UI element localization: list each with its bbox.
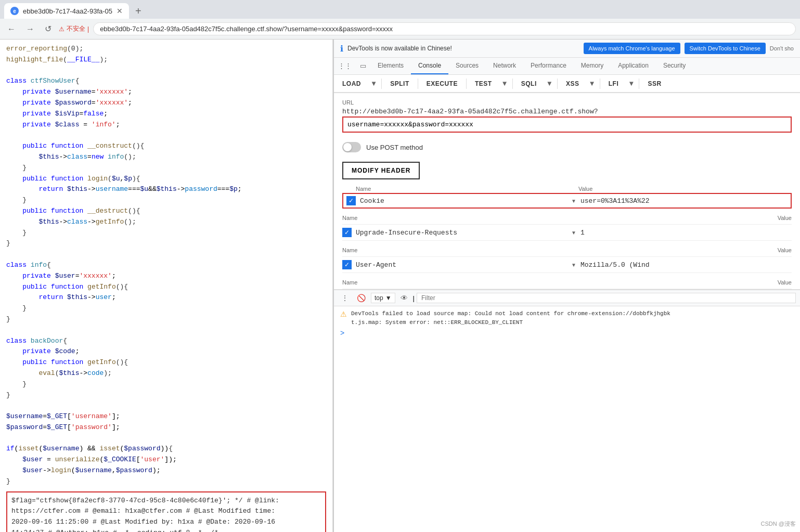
security-icon: ⚠ [59, 25, 64, 33]
address-bar: ← → ↺ ⚠ 不安全 | ebbe3d0b-7c17-4aa2-93fa-05… [0, 19, 800, 40]
console-clear-button[interactable]: 🚫 [354, 292, 369, 304]
cookie-checkbox[interactable]: ✓ [346, 196, 356, 205]
console-section: ⋮ 🚫 top ▼ 👁 | ⚠ DevTools failed to load … [334, 289, 800, 532]
code-line-4: private $username='xxxxxx'; [6, 87, 326, 98]
load-dropdown[interactable]: ▼ [368, 77, 379, 90]
url-label: URL [342, 99, 792, 106]
split-button[interactable]: SPLIT [384, 77, 416, 90]
lfi-dropdown[interactable]: ▼ [626, 77, 637, 90]
active-tab[interactable]: e ebbe3d0b-7c17-4aa2-93fa-05 ✕ [4, 3, 129, 19]
tab-sources[interactable]: Sources [448, 58, 486, 74]
forward-button[interactable]: → [23, 22, 37, 36]
code-line-11: public function login($u,$p){ [6, 174, 326, 185]
code-line-31: $password=$_GET['password']; [6, 422, 326, 433]
devtools-tabs: ⋮⋮ ▭ Elements Console Sources Network Pe… [334, 58, 800, 75]
match-language-button[interactable]: Always match Chrome's language [584, 43, 680, 54]
toggle-knob [343, 143, 352, 151]
code-line-21: return $this->user; [6, 292, 326, 303]
address-field[interactable]: ebbe3d0b-7c17-4aa2-93fa-05ad482c7f5c.cha… [93, 22, 796, 35]
tab-security[interactable]: Security [656, 58, 693, 74]
upgrade-header-row: Name Value [342, 212, 792, 225]
console-prompt[interactable]: > [340, 329, 794, 337]
modify-header-button[interactable]: MODIFY HEADER [342, 162, 420, 179]
new-tab-button[interactable]: + [131, 5, 146, 17]
tab-elements[interactable]: Elements [370, 58, 411, 74]
top-label: top [375, 294, 383, 302]
devtools-mobile-icon[interactable]: ▭ [356, 58, 370, 74]
divider-6 [600, 79, 600, 89]
test-dropdown[interactable]: ▼ [499, 77, 510, 90]
useragent-header-labels: Name Value [342, 244, 792, 257]
code-line-3: class ctfShowUser{ [6, 76, 326, 87]
code-panel: error_reporting(0); highlight_file(__FIL… [0, 40, 333, 532]
divider-3 [466, 79, 467, 89]
code-line-blank-5 [6, 400, 326, 411]
console-eye-button[interactable]: 👁 [397, 292, 411, 304]
sqli-dropdown[interactable]: ▼ [544, 77, 555, 90]
context-selector[interactable]: top ▼ [371, 293, 395, 303]
lfi-button[interactable]: LFI [602, 77, 625, 90]
flag-line-4: 11:24:37 # @Author: h1xa # -*- coding: u… [11, 528, 321, 532]
tab-memory[interactable]: Memory [574, 58, 611, 74]
code-line-35: } [6, 476, 326, 487]
code-line-23: } [6, 314, 326, 325]
url-separator: | [87, 25, 89, 33]
code-line-22: } [6, 303, 326, 314]
url-value: http://ebbe3d0b-7c17-4aa2-93fa-05ad482c7… [342, 108, 792, 115]
xss-button[interactable]: XSS [560, 77, 586, 90]
filter-separator: | [413, 294, 415, 302]
useragent-row-inputs: ✓ User-Agent ▼ Mozilla/5.0 (Wind [342, 257, 792, 273]
info-icon: ℹ [340, 44, 343, 54]
xss-dropdown[interactable]: ▼ [587, 77, 598, 90]
tab-network[interactable]: Network [486, 58, 523, 74]
load-button[interactable]: LOAD [336, 77, 367, 90]
warning-text: DevTools failed to load source map: Coul… [351, 309, 670, 327]
execute-button[interactable]: EXECUTE [420, 77, 464, 90]
useragent-checkbox[interactable]: ✓ [342, 260, 352, 269]
devtools-notification: ℹ DevTools is now available in Chinese! … [334, 40, 800, 58]
back-button[interactable]: ← [4, 22, 19, 36]
code-line-blank-2 [6, 130, 326, 141]
tab-console[interactable]: Console [411, 58, 448, 74]
code-line-33: $user = unserialize($_COOKIE['user']); [6, 455, 326, 465]
console-sidebar-icon[interactable]: ⋮ [338, 292, 352, 304]
url-params-field[interactable]: username=xxxxxx&password=xxxxxx [342, 116, 792, 133]
upgrade-checkbox[interactable]: ✓ [342, 228, 352, 237]
tab-title: ebbe3d0b-7c17-4aa2-93fa-05 [23, 7, 112, 15]
console-content: ⚠ DevTools failed to load source map: Co… [334, 306, 800, 532]
modify-section: MODIFY HEADER [334, 158, 800, 186]
ssr-button[interactable]: SSR [641, 77, 667, 90]
divider-1 [381, 79, 382, 89]
toggle-switch[interactable] [342, 142, 361, 152]
console-toolbar: ⋮ 🚫 top ▼ 👁 | [334, 290, 800, 306]
switch-chinese-button[interactable]: Switch DevTools to Chinese [685, 43, 766, 54]
code-line-25: private $code; [6, 346, 326, 357]
notification-text: DevTools is now available in Chinese! [347, 45, 579, 52]
reload-button[interactable]: ↺ [42, 22, 55, 36]
tab-application[interactable]: Application [611, 58, 656, 74]
code-line-15: $this->class->getInfo(); [6, 217, 326, 228]
test-button[interactable]: TEST [469, 77, 498, 90]
code-scroll-container[interactable]: error_reporting(0); highlight_file(__FIL… [6, 44, 326, 532]
code-line-8: public function __construct(){ [6, 141, 326, 152]
sqli-button[interactable]: SQLI [515, 77, 543, 90]
divider-7 [639, 79, 639, 89]
tab-performance[interactable]: Performance [523, 58, 574, 74]
code-line-blank-3 [6, 249, 326, 260]
code-line-blank-6 [6, 433, 326, 444]
code-line-27: eval($this->code); [6, 368, 326, 379]
console-filter-input[interactable] [417, 293, 796, 303]
code-line-9: $this->class=new info(); [6, 152, 326, 163]
warning-line-2: t.js.map: System error: net::ERR_BLOCKED… [351, 319, 523, 326]
tab-close-button[interactable]: ✕ [117, 7, 123, 15]
devtools-pointer-icon[interactable]: ⋮⋮ [334, 58, 356, 74]
code-line-14: public function __destruct(){ [6, 206, 326, 217]
cookie-dropdown-arrow[interactable]: ▼ [571, 198, 576, 204]
useragent-dropdown-arrow[interactable]: ▼ [571, 262, 576, 268]
code-line-18: class info{ [6, 260, 326, 271]
cookie-name: Cookie [360, 197, 567, 205]
code-line-26: public function getInfo(){ [6, 357, 326, 368]
devtools-panel: ℹ DevTools is now available in Chinese! … [333, 40, 800, 532]
warning-line-1: DevTools failed to load source map: Coul… [351, 310, 670, 317]
upgrade-dropdown-arrow[interactable]: ▼ [571, 230, 576, 236]
